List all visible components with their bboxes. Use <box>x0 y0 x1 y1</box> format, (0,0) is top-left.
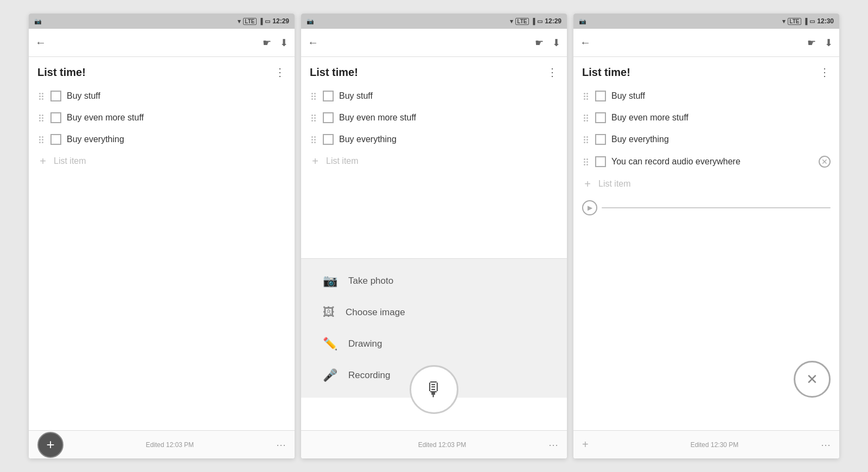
list-item: Buy everything <box>301 129 567 150</box>
cancel-item-btn[interactable]: ✕ <box>819 156 831 168</box>
title-row-1: List time! ⋮ <box>29 57 295 83</box>
sim-icon-2: 📷 <box>307 18 314 25</box>
toolbar-2: ← ☛ ⬇ <box>301 29 567 57</box>
touch-icon-2[interactable]: ☛ <box>535 37 544 49</box>
checkbox[interactable] <box>595 112 606 123</box>
back-button-3[interactable]: ← <box>580 36 591 49</box>
add-item-row-3[interactable]: + List item <box>573 173 839 195</box>
edited-text-2: Edited 12:03 PM <box>418 441 467 449</box>
drag-handle[interactable] <box>310 114 317 122</box>
drag-handle[interactable] <box>37 114 45 122</box>
add-btn-3[interactable]: + <box>582 438 589 450</box>
context-menu-btn-2[interactable]: ⋮ <box>547 66 558 79</box>
battery-icon-2: ▭ <box>537 18 542 25</box>
status-time-2: 12:29 <box>545 17 561 25</box>
toolbar-1: ← ☛ ⬇ <box>29 29 295 57</box>
list-item: Buy even more stuff <box>29 107 295 129</box>
status-bar-right-2: ▾ LTE ▐ ▭ 12:29 <box>510 17 561 25</box>
mic-fab[interactable]: 🎙 <box>410 365 458 414</box>
checkbox[interactable] <box>595 134 606 145</box>
checkbox[interactable] <box>323 91 334 101</box>
download-icon-2[interactable]: ⬇ <box>552 37 560 49</box>
audio-player-bar: ▶ <box>573 195 839 221</box>
checkbox[interactable] <box>50 91 61 101</box>
drag-handle[interactable] <box>310 93 317 100</box>
context-menu-btn-1[interactable]: ⋮ <box>275 66 286 79</box>
content-3: List time! ⋮ Buy stuff Buy <box>573 57 839 430</box>
drag-handle[interactable] <box>310 136 317 143</box>
back-button-2[interactable]: ← <box>308 36 318 49</box>
checkbox[interactable] <box>595 91 606 101</box>
audio-progress-bar[interactable] <box>602 207 831 208</box>
recording-icon: 🎤 <box>323 368 337 382</box>
list-item: You can record audio everywhere ✕ <box>573 150 839 173</box>
add-icon-1: + <box>37 156 48 167</box>
overflow-menu-btn-3[interactable]: ⋯ <box>821 439 831 451</box>
drawing-icon: ✏️ <box>323 337 337 351</box>
drag-handle[interactable] <box>582 93 590 100</box>
drag-handle[interactable] <box>582 114 590 122</box>
bottom-bar-2: Edited 12:03 PM ⋯ <box>301 430 567 458</box>
drag-handle[interactable] <box>37 93 45 100</box>
checkbox[interactable] <box>50 112 61 123</box>
content-2: List time! ⋮ Buy stuff Buy <box>301 57 567 430</box>
signal-icon-2: ▐ <box>531 18 535 24</box>
overflow-menu-btn-2[interactable]: ⋯ <box>548 439 558 451</box>
toolbar-icons-2: ☛ ⬇ <box>535 37 560 49</box>
drag-handle[interactable] <box>37 136 45 143</box>
drag-handle[interactable] <box>582 136 590 143</box>
context-menu-btn-3[interactable]: ⋮ <box>819 66 831 79</box>
item-text: Buy stuff <box>339 91 558 101</box>
checkbox[interactable] <box>50 134 61 145</box>
bottom-bar-3: + Edited 12:30 PM ⋯ <box>573 430 839 458</box>
status-bar-3: 📷 ▾ LTE ▐ ▭ 12:30 <box>573 14 839 29</box>
item-text: Buy even more stuff <box>611 113 831 123</box>
sim-icon: 📷 <box>34 18 42 25</box>
touch-icon-3[interactable]: ☛ <box>807 37 816 49</box>
item-text: Buy everything <box>339 135 558 144</box>
add-item-row-1[interactable]: + List item <box>29 150 295 172</box>
checkbox[interactable] <box>595 156 606 167</box>
list-item: Buy stuff <box>29 85 295 107</box>
wifi-icon: ▾ <box>238 18 241 25</box>
bottom-bar-1: + Edited 12:03 PM ⋯ <box>29 430 295 458</box>
status-time-1: 12:29 <box>272 17 289 25</box>
item-text: Buy even more stuff <box>339 113 558 123</box>
battery-icon-3: ▭ <box>809 18 815 25</box>
overflow-menu-btn-1[interactable]: ⋯ <box>276 439 286 451</box>
cancel-recording-fab[interactable]: ✕ <box>794 361 831 398</box>
cancel-recording-icon: ✕ <box>806 371 818 388</box>
screen3: 📷 ▾ LTE ▐ ▭ 12:30 ← ☛ ⬇ List time! ⋮ <box>573 14 839 458</box>
list-item: Buy everything <box>573 129 839 150</box>
screen1: 📷 ▾ LTE ▐ ▭ 12:29 ← ☛ ⬇ List time! ⋮ <box>29 14 295 458</box>
touch-icon-1[interactable]: ☛ <box>263 37 271 49</box>
add-item-row-2[interactable]: + List item <box>301 150 567 172</box>
checkbox[interactable] <box>323 134 334 145</box>
list-title-2: List time! <box>310 66 358 79</box>
wifi-icon-3: ▾ <box>782 18 786 25</box>
drag-handle[interactable] <box>582 158 590 165</box>
edited-text-3: Edited 12:30 PM <box>691 441 739 449</box>
add-fab-1[interactable]: + <box>37 432 63 458</box>
lte-badge-2: LTE <box>515 18 528 25</box>
back-button-1[interactable]: ← <box>35 36 46 49</box>
checkbox[interactable] <box>323 112 334 123</box>
edited-text-1: Edited 12:03 PM <box>146 441 194 449</box>
drawing-label: Drawing <box>348 339 382 349</box>
download-icon-3[interactable]: ⬇ <box>825 37 833 49</box>
signal-icon: ▐ <box>259 18 263 24</box>
choose-image-option[interactable]: 🖼 Choose image <box>301 297 567 328</box>
status-bar-1: 📷 ▾ LTE ▐ ▭ 12:29 <box>29 14 295 29</box>
take-photo-option[interactable]: 📷 Take photo <box>301 265 567 297</box>
status-bar-left-1: 📷 <box>34 18 42 25</box>
item-text: You can record audio everywhere <box>611 157 813 167</box>
list-item: Buy stuff <box>573 85 839 107</box>
title-row-2: List time! ⋮ <box>301 57 567 83</box>
drawing-option[interactable]: ✏️ Drawing <box>301 328 567 360</box>
choose-image-label: Choose image <box>346 307 405 318</box>
download-icon-1[interactable]: ⬇ <box>280 37 288 49</box>
toolbar-icons-1: ☛ ⬇ <box>263 37 288 49</box>
play-button[interactable]: ▶ <box>582 200 597 215</box>
status-bar-left-3: 📷 <box>579 18 586 25</box>
list-title-3: List time! <box>582 66 630 79</box>
